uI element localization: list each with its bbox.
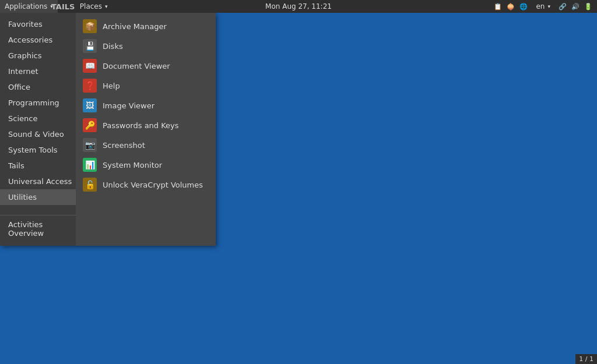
taskbar-clock: Mon Aug 27, 11:21 — [265, 2, 332, 10]
menu-left-column: FavoritesAccessoriesGraphicsInternetOffi… — [0, 13, 76, 246]
archive-manager-icon: 📦 — [83, 19, 97, 33]
menu-right-item-passwords-and-keys[interactable]: 🔑Passwords and Keys — [76, 115, 216, 135]
menu-right-item-system-monitor[interactable]: 📊System Monitor — [76, 155, 216, 175]
menu-left-item-graphics[interactable]: Graphics — [0, 48, 76, 63]
menu-right-item-image-viewer[interactable]: 🖼Image Viewer — [76, 96, 216, 115]
menu-left-item-science[interactable]: Science — [0, 111, 76, 126]
page-indicator: 1 / 1 — [579, 355, 594, 363]
applications-menu-button[interactable]: Applications ▾ — [0, 0, 58, 13]
activities-overview-button[interactable]: Activities Overview — [0, 215, 76, 242]
menu-left-item-sound-video[interactable]: Sound & Video — [0, 126, 76, 142]
system-monitor-label: System Monitor — [103, 161, 162, 169]
system-monitor-icon: 📊 — [83, 158, 97, 172]
places-menu-button[interactable]: Places ▾ — [75, 0, 113, 13]
menu-left-item-universal-access[interactable]: Universal Access — [0, 174, 76, 189]
power-icon[interactable]: 🔋 — [583, 1, 594, 12]
lang-arrow-icon: ▾ — [547, 3, 550, 9]
disks-icon: 💾 — [83, 39, 97, 53]
clipboard-icon[interactable]: 📋 — [493, 1, 503, 12]
menu-left-item-favorites[interactable]: Favorites — [0, 16, 76, 32]
menu-left-item-accessories[interactable]: Accessories — [0, 32, 76, 48]
unlock-veracrypt-icon: 🔓 — [83, 178, 97, 192]
menu-left-item-programming[interactable]: Programming — [0, 95, 76, 111]
disks-label: Disks — [103, 42, 123, 51]
lang-button[interactable]: en ▾ — [531, 0, 555, 13]
help-label: Help — [103, 82, 120, 90]
menu-left-spacer — [0, 205, 76, 215]
menu-left-item-office[interactable]: Office — [0, 79, 76, 95]
document-viewer-icon: 📖 — [83, 59, 97, 73]
image-viewer-icon: 🖼 — [83, 98, 97, 112]
menu-right-column: 📦Archive Manager💾Disks📖Document Viewer❓H… — [76, 13, 216, 246]
menu-left-item-utilities[interactable]: Utilities — [0, 189, 76, 205]
desktop: FavoritesAccessoriesGraphicsInternetOffi… — [0, 13, 597, 364]
taskbar-left: Applications ▾ TAILS Places ▾ — [0, 0, 113, 13]
menu-left-item-tails[interactable]: Tails — [0, 158, 76, 174]
menu-right-item-document-viewer[interactable]: 📖Document Viewer — [76, 56, 216, 76]
distro-logo: TAILS — [51, 0, 75, 13]
screenshot-icon: 📷 — [83, 138, 97, 152]
passwords-and-keys-label: Passwords and Keys — [103, 121, 179, 130]
onion-icon[interactable]: 🧅 — [505, 1, 516, 12]
passwords-and-keys-icon: 🔑 — [83, 118, 97, 132]
app-menu: FavoritesAccessoriesGraphicsInternetOffi… — [0, 13, 216, 246]
screenshot-label: Screenshot — [103, 141, 145, 150]
menu-right-item-unlock-veracrypt[interactable]: 🔓Unlock VeraCrypt Volumes — [76, 175, 216, 195]
archive-manager-label: Archive Manager — [103, 22, 167, 31]
places-arrow-icon: ▾ — [105, 3, 108, 9]
document-viewer-label: Document Viewer — [103, 62, 170, 70]
applications-label: Applications — [5, 2, 47, 10]
places-label: Places — [80, 2, 102, 10]
image-viewer-label: Image Viewer — [103, 101, 154, 110]
menu-left-item-internet[interactable]: Internet — [0, 63, 76, 79]
volume-icon[interactable]: 🔊 — [570, 1, 581, 12]
network-status-icon[interactable]: 🔗 — [557, 1, 568, 12]
help-icon: ❓ — [83, 79, 97, 93]
taskbar-right: 📋 🧅 🌐 en ▾ 🔗 🔊 🔋 — [493, 0, 597, 13]
network-icon[interactable]: 🌐 — [518, 1, 529, 12]
taskbar: Applications ▾ TAILS Places ▾ Mon Aug 27… — [0, 0, 597, 13]
status-bar: 1 / 1 — [575, 354, 597, 364]
menu-right-item-screenshot[interactable]: 📷Screenshot — [76, 135, 216, 155]
menu-right-item-archive-manager[interactable]: 📦Archive Manager — [76, 16, 216, 36]
menu-left-item-system-tools[interactable]: System Tools — [0, 142, 76, 158]
menu-right-item-help[interactable]: ❓Help — [76, 76, 216, 96]
menu-right-item-disks[interactable]: 💾Disks — [76, 36, 216, 56]
unlock-veracrypt-label: Unlock VeraCrypt Volumes — [103, 181, 203, 189]
